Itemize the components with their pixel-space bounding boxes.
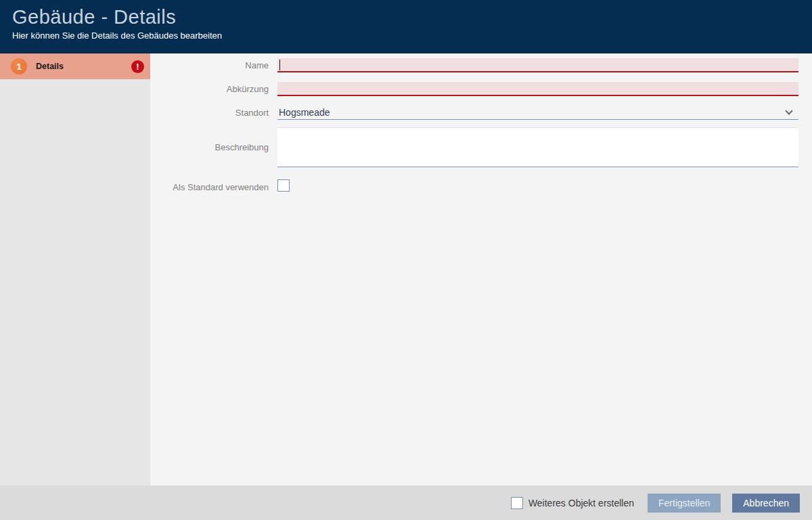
footer-bar: Weiteres Objekt erstellen Fertigstellen … <box>0 485 812 520</box>
details-form: Name Abkürzung Standort Hogsmeade Beschr… <box>150 53 812 485</box>
create-another-checkbox[interactable] <box>511 497 523 509</box>
create-another-label: Weiteres Objekt erstellen <box>528 498 634 508</box>
dialog-header: Gebäude - Details Hier können Sie die De… <box>0 0 812 53</box>
name-label: Name <box>150 60 269 70</box>
wizard-step-details[interactable]: 1 Details ! <box>0 53 150 79</box>
abbreviation-label: Abkürzung <box>150 84 269 94</box>
abbreviation-field[interactable] <box>277 82 798 96</box>
wizard-sidebar: 1 Details ! <box>0 53 150 485</box>
exclamation-badge-icon: ! <box>131 60 144 73</box>
page-title: Gebäude - Details <box>12 6 812 28</box>
step-label: Details <box>36 62 131 71</box>
use-as-default-checkbox[interactable] <box>277 179 290 192</box>
location-label: Standort <box>150 108 269 118</box>
step-number-badge: 1 <box>11 58 27 74</box>
finish-button[interactable]: Fertigstellen <box>648 494 721 513</box>
use-as-default-label: Als Standard verwenden <box>150 182 269 192</box>
page-subtitle: Hier können Sie die Details des Gebäudes… <box>12 30 812 41</box>
location-selected-value: Hogsmeade <box>277 107 330 118</box>
cancel-button[interactable]: Abbrechen <box>732 494 800 513</box>
description-label: Beschreibung <box>150 142 269 152</box>
name-field[interactable] <box>277 58 798 72</box>
text-cursor <box>279 60 280 70</box>
description-field[interactable] <box>277 127 798 167</box>
location-select[interactable]: Hogsmeade <box>277 106 798 120</box>
